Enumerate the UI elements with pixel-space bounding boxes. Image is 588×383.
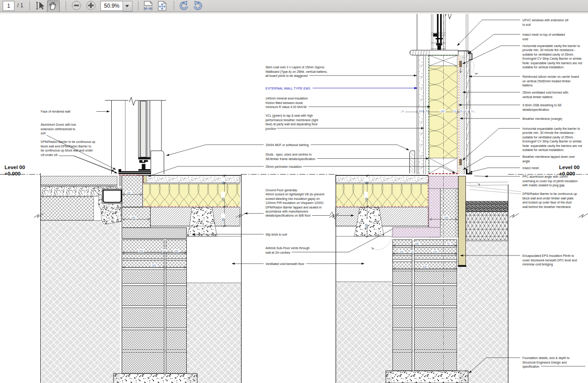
svg-text:5: 5 — [471, 110, 473, 113]
svg-text:cover blockwork beneath DPC le: cover blockwork beneath DPC level and — [522, 259, 577, 262]
svg-text:specification: specification — [522, 365, 540, 369]
svg-text:suit: suit — [41, 132, 46, 135]
svg-text:EXTERNAL WALL TYPE EW1: EXTERNAL WALL TYPE EW1 — [266, 86, 311, 90]
svg-text:provide min. 30 minute fire re: provide min. 30 minute fire resistance - — [522, 131, 575, 135]
svg-text:100: 100 — [399, 251, 403, 253]
svg-text:and tucked up outer face of th: and tucked up outer face of the stud — [522, 201, 572, 204]
svg-text:Insect mesh: Insect mesh — [522, 166, 539, 170]
svg-text:extension cill/threshold to: extension cill/threshold to — [41, 128, 76, 131]
svg-text:Level 00: Level 00 — [5, 165, 25, 170]
svg-text:140mm mineral wool insulation: 140mm mineral wool insulation — [266, 97, 308, 100]
svg-text:screed bleeding into insulatio: screed bleeding into insulation gaps) on — [266, 197, 320, 201]
svg-text:minimise cold bridging: minimise cold bridging — [522, 263, 553, 266]
svg-text:25: 25 — [460, 110, 463, 113]
svg-text:details/specification: details/specification — [522, 108, 549, 112]
svg-text:be continuous up block wall an: be continuous up block wall and under — [41, 149, 93, 152]
svg-text:Ventilated void beneath floor: Ventilated void beneath floor — [266, 262, 305, 265]
svg-text:provide min. 30 minute fire re: provide min. 30 minute fire resistance - — [522, 48, 575, 52]
svg-text:with mastic sealant to plug ga: with mastic sealant to plug gap — [522, 184, 564, 187]
svg-text:angle: angle — [522, 160, 530, 163]
svg-text:Aluminium Doors with low: Aluminium Doors with low — [41, 123, 76, 126]
svg-text:void: void — [522, 38, 528, 41]
svg-text:25: 25 — [425, 110, 428, 113]
svg-text:block wall and DPM/Radon Barri: block wall and DPM/Radon Barrier to — [41, 145, 91, 148]
svg-text:40: 40 — [222, 181, 224, 184]
svg-text:friction fitted between studs: friction fitted between studs — [266, 101, 303, 104]
svg-text:suitable for vertical installa: suitable for vertical installation. — [522, 66, 564, 69]
svg-text:13: 13 — [465, 110, 467, 113]
svg-text:140: 140 — [131, 216, 135, 219]
svg-text:on vertical 25x50mm treated ti: on vertical 25x50mm treated timber — [522, 80, 571, 83]
svg-text:Studs - spec, sizes and centre: Studs - spec, sizes and centres to — [266, 153, 312, 156]
svg-text:100: 100 — [127, 191, 131, 194]
svg-text:DPM/Radon Barrier to be contin: DPM/Radon Barrier to be continuous up — [41, 140, 95, 144]
svg-text:cill under cill: cill under cill — [41, 153, 58, 156]
svg-text:Horizontal expandable cavity f: Horizontal expandable cavity fire barrie… — [522, 127, 580, 131]
svg-text:to suit: to suit — [522, 23, 531, 26]
svg-text:overhang to cover top of plint: overhang to cover top of plinth insulati… — [522, 180, 578, 183]
svg-text:Skim coat over 2 x Layers of 1: Skim coat over 2 x Layers of 15mm Gyproc — [266, 66, 325, 69]
svg-text:minimum R Value 4.00 M²K/W: minimum R Value 4.00 M²K/W — [266, 105, 307, 109]
svg-text:165: 165 — [365, 224, 367, 228]
svg-text:+0.000: +0.000 — [5, 171, 21, 176]
svg-text:all board joints to be stagger: all board joints to be staggered — [266, 74, 308, 78]
svg-text:SE/timber frame details/specif: SE/timber frame details/specification — [266, 157, 315, 161]
svg-text:vertical timber battens: vertical timber battens — [522, 95, 553, 99]
svg-text:120mm PIR insulation on Visque: 120mm PIR insulation on Visqueen 1200G — [266, 201, 323, 205]
svg-text:Structural Engineers Design an: Structural Engineers Design and — [522, 361, 567, 364]
svg-text:120: 120 — [222, 198, 224, 202]
svg-text:junction: junction — [265, 127, 276, 131]
svg-text:Envirogref CV Strip Cavity Bar: Envirogref CV Strip Cavity Barrier or si… — [522, 140, 582, 143]
svg-text:battens: battens — [522, 84, 533, 87]
svg-text:325: 325 — [152, 264, 156, 267]
svg-text:40: 40 — [365, 181, 367, 184]
svg-text:15x94 MDF or softwood skirting: 15x94 MDF or softwood skirting — [266, 143, 309, 147]
svg-text:130: 130 — [365, 198, 367, 202]
svg-text:Slip brick to suit: Slip brick to suit — [266, 233, 287, 236]
svg-text:Horizontal expandable cavity f: Horizontal expandable cavity fire barrie… — [522, 44, 580, 48]
svg-text:65: 65 — [222, 218, 224, 221]
svg-text:wall behind the breather membr: wall behind the breather membrane — [522, 205, 571, 208]
svg-text:70: 70 — [447, 242, 450, 245]
svg-text:Insect mesh to top of ventilat: Insect mesh to top of ventilated — [522, 33, 565, 37]
svg-text:140: 140 — [441, 110, 445, 113]
svg-text:215: 215 — [433, 251, 437, 253]
svg-text:3: 3 — [402, 110, 403, 113]
svg-text:25mm perimeter insulation: 25mm perimeter insulation — [266, 165, 302, 169]
svg-text:Level 00: Level 00 — [559, 165, 579, 170]
svg-text:VCL (green) to lap & seal with: VCL (green) to lap & seal with high — [266, 114, 313, 118]
svg-text:suitable for vertical installa: suitable for vertical installation. — [522, 148, 564, 151]
svg-text:40mm screed on lightweight VB: 40mm screed on lightweight VB (to preven… — [266, 193, 324, 196]
svg-text:details/specifications on B/B: details/specifications on B/B floor — [266, 214, 311, 218]
svg-text:accordance with manufacturers: accordance with manufacturers — [266, 210, 308, 213]
svg-text:Foundation details, size & dep: Foundation details, size & depth to — [522, 356, 570, 360]
svg-text:DPM/Radon Barrier lapped and s: DPM/Radon Barrier lapped and sealed in — [266, 206, 322, 209]
svg-text:140: 140 — [444, 216, 448, 219]
svg-text:15: 15 — [421, 110, 423, 113]
svg-text:Reinforced silicon render on c: Reinforced silicon render on carrier boa… — [522, 75, 579, 78]
svg-text:Wallboard (Type A) on 25thk. v: Wallboard (Type A) on 25thk. vertical ba… — [266, 70, 327, 74]
svg-text:wall at 2m centres: wall at 2m centres — [265, 251, 290, 254]
svg-text:10: 10 — [453, 110, 456, 113]
svg-text:10: 10 — [411, 251, 413, 253]
svg-text:Note: expandable cavity fire b: Note: expandable cavity fire barriers ar… — [522, 144, 582, 148]
svg-text:Envirogref CV Strip Cavity Bar: Envirogref CV Strip Cavity Barrier or si… — [522, 57, 582, 61]
svg-text:suitable for ventilated cavity: suitable for ventilated cavity of 25mm. — [522, 136, 574, 139]
svg-text:PPC aluminium angle with 15mm: PPC aluminium angle with 15mm — [522, 175, 568, 179]
svg-text:Breather membrane lapped down: Breather membrane lapped down over — [522, 155, 575, 159]
svg-text:9.5mm OSB sheathing to SE: 9.5mm OSB sheathing to SE — [522, 104, 562, 107]
svg-text:UPVC windows with extension ci: UPVC windows with extension cill — [522, 19, 569, 22]
svg-text:Ground Floor generally:: Ground Floor generally: — [266, 189, 298, 192]
svg-text:suitable for ventilated cavity: suitable for ventilated cavity of 25mm. — [522, 53, 574, 57]
svg-text:215: 215 — [139, 250, 143, 252]
svg-text:block wall and under timber wa: block wall and under timber wall plate — [522, 197, 574, 200]
svg-text:325: 325 — [422, 265, 427, 268]
svg-text:100: 100 — [174, 250, 178, 252]
svg-text:Face of rendered wall: Face of rendered wall — [41, 110, 71, 113]
svg-text:performance breather membrane: performance breather membrane (light — [266, 118, 318, 122]
svg-text:25mm ventilated void formed wi: 25mm ventilated void formed with — [522, 91, 568, 94]
svg-text:blue) at party wall and separa: blue) at party wall and separating floor — [266, 123, 318, 126]
svg-text:Breather membrane (orange): Breather membrane (orange) — [522, 117, 562, 121]
svg-text:DPM/Radon Barrier to be contin: DPM/Radon Barrier to be continuous up — [522, 192, 577, 196]
svg-text:Airbrick Sub-Floor vents throu: Airbrick Sub-Floor vents through — [266, 246, 310, 250]
